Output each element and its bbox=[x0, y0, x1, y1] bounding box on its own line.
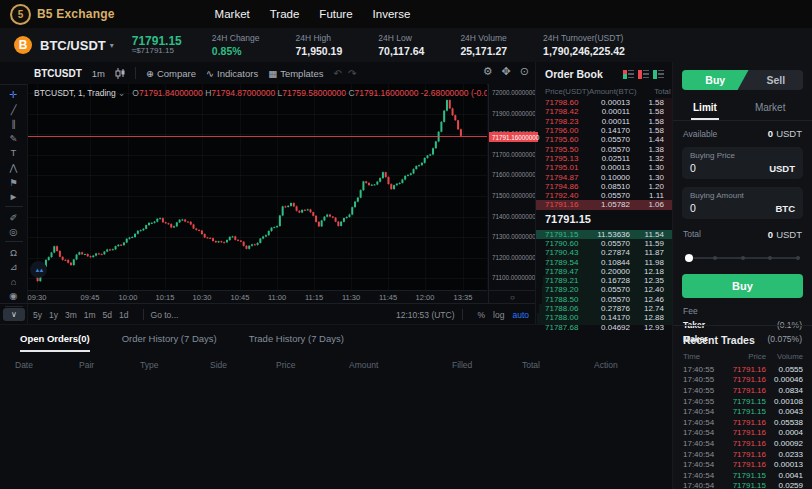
orderbook-ask-row[interactable]: 71794.860.085101.20 bbox=[536, 182, 672, 191]
orders-tab[interactable]: Order History (7 Days) bbox=[122, 333, 217, 352]
candle-style-icon[interactable] bbox=[115, 68, 125, 79]
orderbook-ask-row[interactable]: 71795.130.025111.32 bbox=[536, 154, 672, 163]
trendline-tool-icon[interactable]: ╱ bbox=[4, 103, 24, 117]
orderbook-bid-row[interactable]: 71789.210.1672812.35 bbox=[536, 276, 672, 285]
orderbook-ask-row[interactable]: 71791.161.057821.06 bbox=[536, 200, 672, 209]
orderbook-bid-row[interactable]: 71789.200.0557012.40 bbox=[536, 285, 672, 294]
orderbook-ask-row[interactable]: 71795.600.055701.44 bbox=[536, 135, 672, 144]
settings-icon[interactable]: ⚙ bbox=[483, 65, 493, 78]
range-button-3m[interactable]: 3m bbox=[65, 310, 77, 320]
tab-limit[interactable]: Limit bbox=[691, 96, 719, 120]
slider-dot[interactable] bbox=[741, 256, 745, 260]
range-button-5d[interactable]: 5d bbox=[103, 310, 112, 320]
orderbook-bid-row[interactable]: 71790.430.2787411.87 bbox=[536, 248, 672, 257]
orderbook-bid-row[interactable]: 71791.1511.5363611.54 bbox=[536, 230, 672, 239]
range-button-1d[interactable]: 1d bbox=[119, 310, 128, 320]
orderbook-bid-row[interactable]: 71788.060.2787612.74 bbox=[536, 304, 672, 313]
chart-toolbar: BTCUSDT 1m ⊕Compare ∿Indicators ▦Templat… bbox=[0, 62, 535, 85]
chart-module: BTCUSDT 1m ⊕Compare ∿Indicators ▦Templat… bbox=[0, 62, 535, 324]
book-view-both-icon[interactable] bbox=[623, 70, 634, 79]
price-axis-label: 71600.00000000 bbox=[492, 171, 539, 178]
brand-logo[interactable]: 5 B5 Exchange bbox=[10, 4, 115, 25]
orderbook-bid-row[interactable]: 71788.500.0557012.46 bbox=[536, 295, 672, 304]
buying-amount-field[interactable]: Buying Amount 0BTC bbox=[682, 187, 803, 219]
scale-button-%[interactable]: % bbox=[478, 310, 486, 320]
time-axis-label: 11:45 bbox=[379, 293, 397, 302]
scale-button-log[interactable]: log bbox=[493, 310, 504, 320]
orderbook-bid-row[interactable]: 71789.540.1084411.98 bbox=[536, 257, 672, 266]
brush-tool-icon[interactable]: ✎ bbox=[4, 132, 24, 146]
compare-button[interactable]: ⊕Compare bbox=[146, 68, 196, 79]
measure-tool-icon[interactable]: ✐ bbox=[4, 210, 24, 224]
range-button-5y[interactable]: 5y bbox=[33, 310, 42, 320]
slider-knob[interactable] bbox=[685, 254, 693, 262]
undo-icon[interactable]: ↶ bbox=[333, 68, 341, 79]
chevron-down-icon[interactable]: ▾ bbox=[110, 41, 114, 50]
orderbook-ask-row[interactable]: 71798.600.000131.58 bbox=[536, 98, 672, 107]
nav-item-future[interactable]: Future bbox=[319, 8, 352, 20]
pattern-tool-icon[interactable]: ⋀ bbox=[4, 161, 24, 175]
buying-price-value[interactable]: 0 bbox=[690, 162, 696, 174]
orderbook-ask-row[interactable]: 71796.000.141701.58 bbox=[536, 126, 672, 135]
forecast-tool-icon[interactable]: ⚑ bbox=[4, 175, 24, 189]
time-axis[interactable]: 09:3009:4510:0010:1510:3010:4511:0011:15… bbox=[28, 290, 487, 304]
buying-price-field[interactable]: Buying Price 0USDT bbox=[682, 147, 803, 179]
ticker-stat: 24H High71,950.19 bbox=[296, 33, 343, 57]
price-axis-label: 71900.00000000 bbox=[492, 110, 539, 117]
redo-icon[interactable]: ↷ bbox=[348, 68, 356, 79]
nav-item-trade[interactable]: Trade bbox=[270, 8, 300, 20]
drawing-mode-tool-icon[interactable]: ⊿ bbox=[4, 260, 24, 274]
arrow-tool-icon[interactable]: ► bbox=[4, 190, 24, 204]
magnet-tool-icon[interactable]: Ω bbox=[4, 245, 24, 259]
book-view-bids-icon[interactable] bbox=[653, 70, 664, 79]
buy-button[interactable]: Buy bbox=[682, 274, 803, 298]
crosshair-tool-icon[interactable]: ✛ bbox=[4, 88, 24, 102]
orderbook-ask-row[interactable]: 71798.420.000111.58 bbox=[536, 107, 672, 116]
amount-slider[interactable] bbox=[687, 252, 798, 264]
sell-tab[interactable]: Sell bbox=[749, 70, 803, 90]
recent-trade-row: 17:40:5471791.150.0043 bbox=[673, 406, 812, 417]
order-book-mid-price[interactable]: 71791.15 bbox=[536, 210, 672, 230]
range-button-1y[interactable]: 1y bbox=[49, 310, 58, 320]
timezone-clock-icon[interactable]: ○ bbox=[488, 290, 536, 304]
scale-button-auto[interactable]: auto bbox=[512, 310, 529, 320]
slider-dot[interactable] bbox=[768, 256, 772, 260]
clock-label[interactable]: 12:10:53 (UTC) bbox=[396, 310, 455, 320]
zoom-in-tool-icon[interactable]: ◎ bbox=[4, 225, 24, 239]
orderbook-ask-row[interactable]: 71794.870.100001.30 bbox=[536, 172, 672, 181]
orderbook-bid-row[interactable]: 71788.000.1417012.88 bbox=[536, 313, 672, 322]
range-button-1m[interactable]: 1m bbox=[84, 310, 96, 320]
templates-button[interactable]: ▦Templates bbox=[268, 68, 323, 79]
chart-canvas[interactable]: BTCUSDT, 1, Trading ⌄ O71791.84000000 H7… bbox=[28, 84, 487, 290]
orderbook-bid-row[interactable]: 71787.680.0469212.93 bbox=[536, 323, 672, 332]
orderbook-ask-row[interactable]: 71792.400.055701.11 bbox=[536, 191, 672, 200]
orderbook-ask-row[interactable]: 71798.230.000111.58 bbox=[536, 117, 672, 126]
snapshot-icon[interactable]: ⊙ bbox=[520, 65, 529, 78]
pair-selector[interactable]: BTC/USDT bbox=[40, 38, 106, 53]
visibility-tool-icon[interactable]: ◉ bbox=[4, 289, 24, 303]
slider-dot[interactable] bbox=[713, 256, 717, 260]
book-view-asks-icon[interactable] bbox=[638, 70, 649, 79]
buy-tab[interactable]: Buy bbox=[682, 70, 749, 90]
orderbook-ask-row[interactable]: 71795.010.000131.30 bbox=[536, 163, 672, 172]
slider-dot[interactable] bbox=[796, 256, 800, 260]
orders-tab[interactable]: Trade History (7 Days) bbox=[249, 333, 344, 352]
orderbook-bid-row[interactable]: 71790.600.0557011.59 bbox=[536, 239, 672, 248]
orderbook-ask-row[interactable]: 71795.500.055701.38 bbox=[536, 144, 672, 153]
buying-amount-value[interactable]: 0 bbox=[690, 202, 696, 214]
tab-market[interactable]: Market bbox=[753, 96, 788, 120]
goto-button[interactable]: Go to... bbox=[151, 310, 179, 320]
collapse-toolbar-button[interactable]: ∨ bbox=[3, 308, 25, 321]
lock-tool-icon[interactable]: ⌂ bbox=[4, 275, 24, 289]
price-axis[interactable]: 71791.16000000 72000.0000000071900.00000… bbox=[488, 84, 536, 290]
indicators-button[interactable]: ∿Indicators bbox=[206, 68, 258, 79]
interval-button[interactable]: 1m bbox=[92, 68, 105, 79]
orderbook-bid-row[interactable]: 71789.470.2000012.18 bbox=[536, 267, 672, 276]
nav-item-inverse[interactable]: Inverse bbox=[373, 8, 411, 20]
fullscreen-icon[interactable]: ✥ bbox=[502, 65, 511, 78]
nav-item-market[interactable]: Market bbox=[215, 8, 250, 20]
text-tool-icon[interactable]: T bbox=[4, 146, 24, 160]
parallel-channel-tool-icon[interactable]: ∥ bbox=[4, 117, 24, 131]
orders-tab[interactable]: Open Orders(0) bbox=[20, 333, 90, 352]
time-axis-label: 11:15 bbox=[305, 293, 323, 302]
